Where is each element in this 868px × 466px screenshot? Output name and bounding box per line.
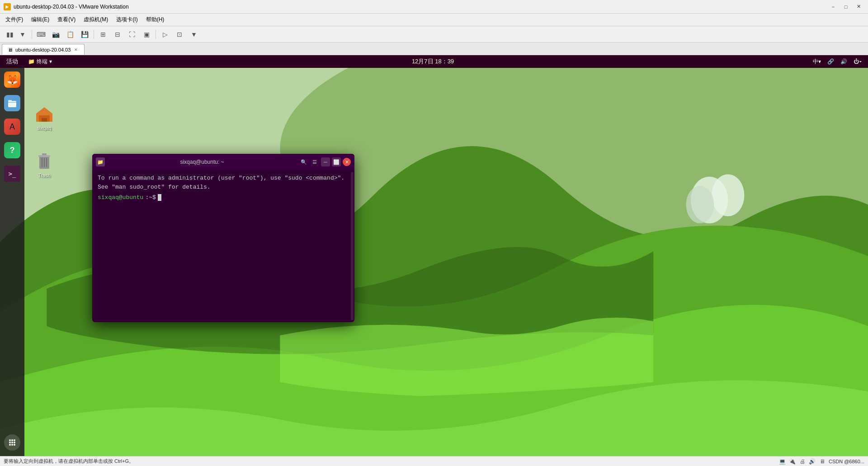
close-button[interactable]: ✕	[853, 2, 864, 11]
terminal-icon: >_	[4, 166, 20, 182]
svg-point-13	[9, 444, 11, 446]
vm-tab[interactable]: 🖥 ubuntu-desktop-20.04.03 ✕	[2, 44, 85, 55]
help-icon: ?	[4, 142, 20, 158]
ubuntu-sidebar: 🦊 A ? >_	[0, 68, 24, 456]
pause-dropdown[interactable]: ▼	[16, 29, 29, 40]
terminal-indicator-label: 终端	[37, 58, 47, 66]
svg-point-7	[9, 439, 11, 441]
svg-rect-18	[38, 155, 50, 157]
statusbar-icons: 💻 🔌 🖨 🔊 🖥 CSDN @6860...	[779, 458, 864, 465]
sidebar-item-files[interactable]	[4, 95, 20, 111]
svg-point-14	[11, 444, 13, 446]
menu-tabs[interactable]: 选项卡(I)	[113, 15, 141, 24]
home-folder-label: sixqaq	[37, 125, 52, 131]
files-icon	[4, 95, 20, 111]
prompt-dir: :~$	[145, 194, 156, 201]
svg-point-3	[712, 174, 744, 216]
vmware-window: ▶ ubuntu-desktop-20.04.03 - VMware Works…	[0, 0, 868, 466]
statusbar-message: 要将输入定向到虚拟机，请在虚拟机内部单击或按 Ctrl+G。	[4, 458, 134, 465]
stretch-dropdown[interactable]: ▼	[188, 29, 200, 40]
vmware-menubar: 文件(F) 编辑(E) 查看(V) 虚拟机(M) 选项卡(I) 帮助(H)	[0, 14, 868, 26]
desktop-icon-home[interactable]: sixqaq	[33, 103, 56, 133]
unity-button[interactable]: ▣	[140, 29, 153, 40]
statusbar-usb-icon[interactable]: 🖨	[799, 458, 806, 465]
presentation-button[interactable]: ▷	[159, 29, 171, 40]
svg-point-8	[11, 439, 13, 441]
terminal-titlebar-icon: 📁	[96, 157, 105, 166]
menu-view[interactable]: 查看(V)	[54, 15, 79, 24]
fit-window-button[interactable]: ⊟	[111, 29, 124, 40]
keyboard-indicator[interactable]: 中▾	[810, 58, 824, 66]
activities-button[interactable]: 活动	[0, 55, 24, 68]
trash-label: Trash	[38, 173, 51, 178]
desktop-icon-trash[interactable]: Trash	[33, 150, 56, 180]
terminal-prompt-line: sixqaq@ubuntu :~$	[98, 194, 349, 201]
network-icon[interactable]: 🔗	[825, 58, 837, 65]
terminal-minimize-button[interactable]: ─	[321, 157, 330, 166]
apps-grid-icon	[4, 434, 20, 451]
terminal-close-button[interactable]: ✕	[343, 158, 351, 166]
activities-label: 活动	[6, 57, 18, 66]
terminal-window[interactable]: 📁 sixqaq@ubuntu: ~ 🔍 ☰ ─ ⬜ ✕ To run a co…	[92, 154, 354, 322]
vm-tab-label: ubuntu-desktop-20.04.03	[15, 47, 71, 52]
terminal-cursor	[158, 194, 161, 201]
terminal-menu-button[interactable]: ☰	[310, 157, 319, 166]
fit-guest-button[interactable]: ⊞	[97, 29, 109, 40]
vmware-statusbar: 要将输入定向到虚拟机，请在虚拟机内部单击或按 Ctrl+G。 💻 🔌 🖨 🔊 🖥…	[0, 456, 868, 466]
terminal-window-title: sixqaq@ubuntu: ~	[105, 159, 299, 165]
svg-rect-5	[8, 101, 16, 107]
terminal-titlebar: 📁 sixqaq@ubuntu: ~ 🔍 ☰ ─ ⬜ ✕	[92, 154, 354, 170]
sidebar-item-firefox[interactable]: 🦊	[4, 71, 20, 88]
statusbar-hdd-icon[interactable]: 💻	[779, 458, 786, 465]
svg-point-10	[9, 442, 11, 443]
minimize-button[interactable]: −	[827, 2, 839, 11]
snapshot-button[interactable]: 📷	[49, 29, 62, 40]
fullscreen-button[interactable]: ⛶	[126, 29, 138, 40]
toolbar-sep-2	[94, 30, 94, 39]
stretch-button[interactable]: ⊡	[173, 29, 186, 40]
sidebar-item-terminal[interactable]: >_	[4, 166, 20, 182]
terminal-indicator[interactable]: 📁 终端 ▾	[24, 55, 56, 68]
pause-button[interactable]: ▮▮	[4, 29, 16, 40]
terminal-indicator-icon: 📁	[28, 58, 35, 65]
sidebar-item-appstore[interactable]: A	[4, 119, 20, 135]
panel-clock[interactable]: 12月7日 18：39	[56, 57, 810, 66]
vm-tab-close-button[interactable]: ✕	[73, 47, 79, 52]
firefox-icon: 🦊	[4, 71, 20, 88]
panel-datetime: 12月7日 18：39	[412, 57, 454, 66]
menu-vm[interactable]: 虚拟机(M)	[80, 15, 112, 24]
menu-edit[interactable]: 编辑(E)	[28, 15, 53, 24]
sidebar-item-help[interactable]: ?	[4, 142, 20, 158]
trash-icon	[34, 152, 54, 172]
terminal-content[interactable]: To run a command as administrator (user …	[92, 170, 354, 322]
terminal-maximize-button[interactable]: ⬜	[332, 157, 341, 166]
maximize-button[interactable]: □	[840, 2, 852, 11]
statusbar-csdn-text[interactable]: CSDN @6860...	[829, 459, 864, 464]
power-menu[interactable]: ⏻▾	[851, 58, 864, 65]
terminal-sudo-message: To run a command as administrator (user …	[98, 174, 349, 191]
menu-help[interactable]: 帮助(H)	[142, 15, 168, 24]
appstore-icon: A	[4, 119, 20, 135]
vmware-titlebar: ▶ ubuntu-desktop-20.04.03 - VMware Works…	[0, 0, 868, 14]
menu-file[interactable]: 文件(F)	[2, 15, 27, 24]
sidebar-item-apps-grid[interactable]	[4, 434, 20, 451]
terminal-indicator-arrow: ▾	[49, 58, 52, 65]
volume-icon[interactable]: 🔊	[838, 58, 850, 65]
svg-rect-19	[42, 153, 47, 155]
statusbar-network-icon[interactable]: 🔌	[789, 458, 796, 465]
prompt-user-host: sixqaq@ubuntu	[98, 194, 143, 201]
toolbar-sep-1	[32, 30, 32, 39]
sudo-msg-line2: See "man sudo_root" for details.	[98, 183, 349, 192]
panel-right-area: 中▾ 🔗 🔊 ⏻▾	[810, 58, 868, 66]
statusbar-sound-icon[interactable]: 🔊	[809, 458, 816, 465]
svg-point-12	[14, 442, 15, 443]
vm-display[interactable]: 活动 📁 终端 ▾ 12月7日 18：39 中▾ 🔗 🔊 ⏻▾ 🦊	[0, 55, 868, 456]
statusbar-display-icon[interactable]: 🖥	[819, 458, 826, 465]
svg-rect-6	[8, 100, 12, 102]
terminal-scrollbar[interactable]	[351, 172, 354, 320]
svg-point-9	[14, 439, 15, 441]
suspend-button[interactable]: 💾	[78, 29, 91, 40]
snapshot-manager-button[interactable]: 📋	[64, 29, 76, 40]
send-keys-button[interactable]: ⌨	[35, 29, 47, 40]
terminal-search-button[interactable]: 🔍	[299, 157, 308, 166]
